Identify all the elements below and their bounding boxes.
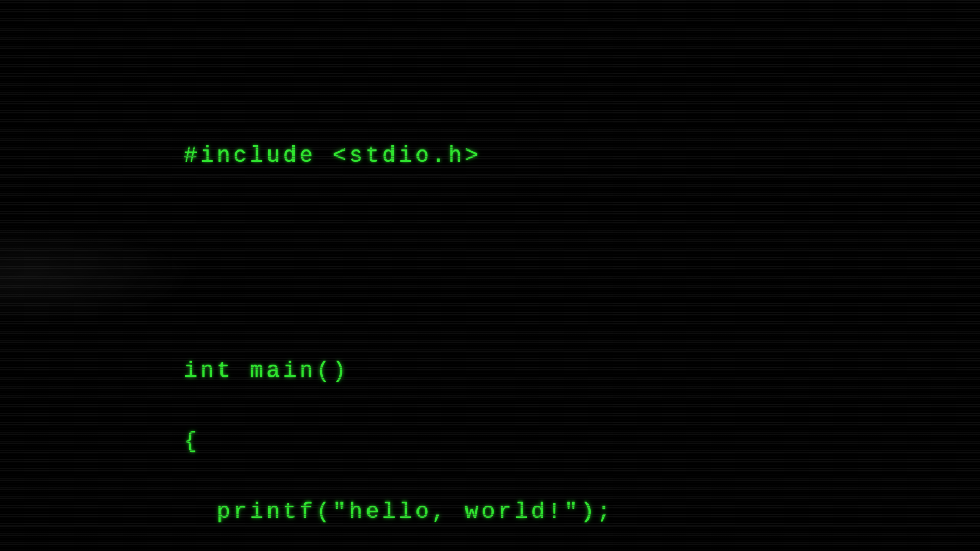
code-line-brace-open: {	[184, 430, 614, 456]
blank-line	[184, 287, 614, 315]
terminal-screen: #include <stdio.h> int main() { printf("…	[184, 99, 614, 551]
blank-line	[184, 215, 614, 242]
code-line-include: #include <stdio.h>	[184, 144, 614, 170]
code-line-printf: printf("hello, world!");	[184, 500, 614, 526]
code-line-main: int main()	[184, 360, 614, 385]
